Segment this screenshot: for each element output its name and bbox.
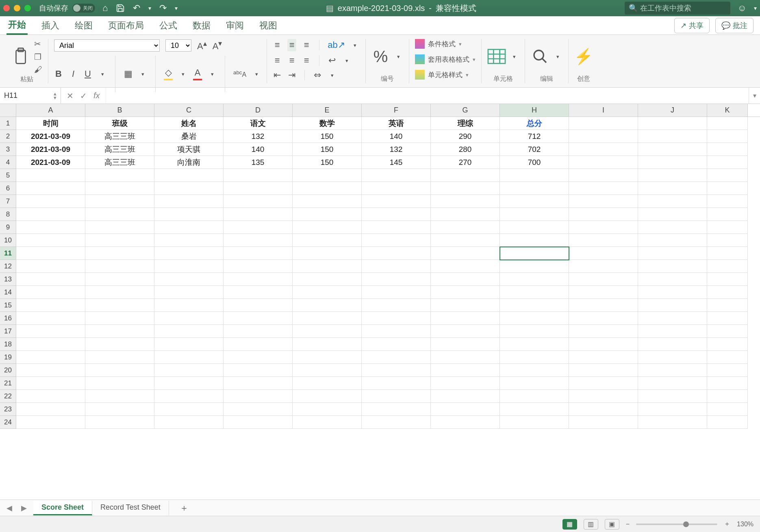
row-header-22[interactable]: 22 xyxy=(0,390,16,403)
cells-button[interactable] xyxy=(487,47,506,66)
cell[interactable] xyxy=(431,247,500,260)
cell[interactable] xyxy=(431,416,500,429)
column-header-E[interactable]: E xyxy=(293,104,362,117)
row-header-5[interactable]: 5 xyxy=(0,169,16,182)
conditional-format-button[interactable]: 条件格式 ▾ xyxy=(415,39,476,49)
italic-button[interactable]: I xyxy=(69,69,78,79)
cell[interactable] xyxy=(362,377,431,390)
cell[interactable] xyxy=(224,338,293,351)
cell[interactable] xyxy=(224,273,293,286)
cell[interactable] xyxy=(707,247,748,260)
sheet-nav-next-icon[interactable]: ▶ xyxy=(19,504,29,513)
cell[interactable] xyxy=(16,260,85,273)
cell[interactable] xyxy=(500,351,569,364)
cell[interactable] xyxy=(638,377,707,390)
cell[interactable] xyxy=(500,260,569,273)
fill-color-dropdown-icon[interactable]: ▾ xyxy=(178,71,187,77)
cell[interactable] xyxy=(569,234,638,247)
cell[interactable] xyxy=(85,403,154,416)
cell[interactable] xyxy=(224,234,293,247)
cell[interactable] xyxy=(431,208,500,221)
column-header-K[interactable]: K xyxy=(707,104,748,117)
cell[interactable] xyxy=(569,247,638,260)
phonetic-button[interactable]: abcA xyxy=(233,69,246,78)
row-header-16[interactable]: 16 xyxy=(0,312,16,325)
cell[interactable] xyxy=(569,351,638,364)
cell[interactable] xyxy=(569,156,638,169)
cell[interactable] xyxy=(638,364,707,377)
cell[interactable] xyxy=(293,403,362,416)
cell[interactable] xyxy=(431,221,500,234)
cell[interactable] xyxy=(707,286,748,299)
row-header-2[interactable]: 2 xyxy=(0,130,16,143)
cell[interactable] xyxy=(154,338,224,351)
cell[interactable]: 语文 xyxy=(224,117,293,130)
cell[interactable] xyxy=(224,416,293,429)
row-header-3[interactable]: 3 xyxy=(0,143,16,156)
cell[interactable] xyxy=(16,377,85,390)
cell[interactable] xyxy=(224,377,293,390)
cell[interactable] xyxy=(707,208,748,221)
cell[interactable] xyxy=(638,273,707,286)
cell[interactable] xyxy=(224,364,293,377)
align-top-icon[interactable]: ≡ xyxy=(273,40,282,50)
cell[interactable] xyxy=(707,299,748,312)
row-header-14[interactable]: 14 xyxy=(0,286,16,299)
cell[interactable] xyxy=(85,377,154,390)
orientation-dropdown-icon[interactable]: ▾ xyxy=(351,42,360,48)
cell[interactable] xyxy=(638,312,707,325)
bold-button[interactable]: B xyxy=(54,69,63,79)
cell[interactable] xyxy=(638,390,707,403)
cell[interactable] xyxy=(154,195,224,208)
row-header-10[interactable]: 10 xyxy=(0,234,16,247)
cell[interactable] xyxy=(224,325,293,338)
cell[interactable]: 280 xyxy=(431,143,500,156)
column-header-I[interactable]: I xyxy=(569,104,638,117)
cell[interactable] xyxy=(362,286,431,299)
column-header-A[interactable]: A xyxy=(16,104,85,117)
zoom-level-label[interactable]: 130% xyxy=(737,521,753,528)
cell[interactable]: 高三三班 xyxy=(85,130,154,143)
cell[interactable] xyxy=(569,130,638,143)
cell[interactable]: 270 xyxy=(431,156,500,169)
cell[interactable] xyxy=(638,260,707,273)
undo-dropdown-icon[interactable]: ▾ xyxy=(148,5,151,11)
cell[interactable] xyxy=(362,299,431,312)
cell[interactable] xyxy=(500,364,569,377)
cell[interactable] xyxy=(85,260,154,273)
cell[interactable] xyxy=(154,299,224,312)
cell[interactable] xyxy=(154,221,224,234)
phonetic-dropdown-icon[interactable]: ▾ xyxy=(252,71,261,77)
cells-area[interactable]: 时间班级姓名语文数学英语理综总分2021-03-09高三三班桑岩13215014… xyxy=(16,117,760,429)
sheet-nav-prev-icon[interactable]: ◀ xyxy=(4,504,15,513)
minimize-window-button[interactable] xyxy=(14,5,20,11)
cell[interactable] xyxy=(224,260,293,273)
cell[interactable] xyxy=(500,234,569,247)
account-dropdown-icon[interactable]: ▾ xyxy=(754,5,757,11)
cell[interactable] xyxy=(362,247,431,260)
autosave-control[interactable]: 自动保存 关闭 xyxy=(39,3,95,13)
cell[interactable] xyxy=(707,377,748,390)
cell[interactable] xyxy=(569,182,638,195)
cell[interactable]: 145 xyxy=(362,156,431,169)
page-layout-view-button[interactable]: ▥ xyxy=(584,519,598,530)
font-name-select[interactable]: Arial xyxy=(54,39,160,52)
cell[interactable] xyxy=(431,182,500,195)
cell[interactable]: 2021-03-09 xyxy=(16,143,85,156)
normal-view-button[interactable]: ▦ xyxy=(562,519,577,530)
cell[interactable] xyxy=(431,169,500,182)
name-box-stepper[interactable]: ▴▾ xyxy=(54,92,56,100)
cell[interactable] xyxy=(569,286,638,299)
cell[interactable] xyxy=(707,273,748,286)
merge-dropdown-icon[interactable]: ▾ xyxy=(328,72,337,78)
cell[interactable] xyxy=(362,234,431,247)
cell[interactable] xyxy=(707,351,748,364)
cell[interactable] xyxy=(85,234,154,247)
cell[interactable] xyxy=(707,169,748,182)
cell[interactable] xyxy=(569,208,638,221)
wrap-text-icon[interactable]: ↩ xyxy=(328,55,337,66)
redo-icon[interactable]: ↷ xyxy=(159,3,167,13)
cell[interactable] xyxy=(707,364,748,377)
cell[interactable] xyxy=(431,351,500,364)
cell[interactable] xyxy=(362,208,431,221)
